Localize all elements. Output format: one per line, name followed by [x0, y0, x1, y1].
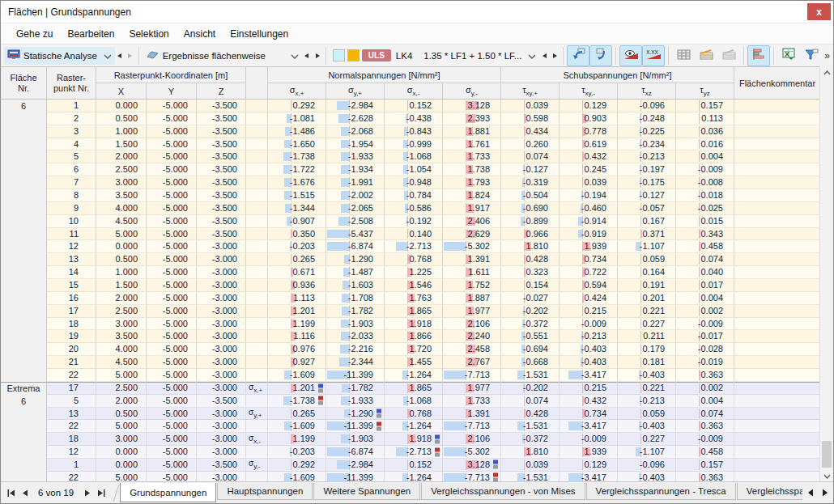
stress-value-cell[interactable]: 0.215: [560, 382, 618, 395]
coord-y-cell[interactable]: -5.000: [147, 202, 197, 215]
coord-y-cell[interactable]: -5.000: [147, 253, 197, 266]
stress-value-cell[interactable]: 0.927: [268, 356, 326, 369]
stress-value-cell[interactable]: 1.113: [268, 292, 326, 305]
stress-value-cell[interactable]: 1.763: [385, 292, 443, 305]
stress-value-cell[interactable]: -0.203: [268, 446, 326, 459]
comment-cell[interactable]: [734, 125, 821, 138]
stress-value-cell[interactable]: 0.039: [560, 176, 618, 189]
comment-cell[interactable]: [734, 408, 821, 421]
comment-cell[interactable]: [734, 318, 821, 331]
gridpoint-nr-cell[interactable]: 7: [47, 176, 96, 189]
stress-value-cell[interactable]: -1.933: [326, 395, 385, 408]
menu-item-einstellungen[interactable]: Einstellungen: [223, 25, 296, 43]
comment-cell[interactable]: [734, 112, 821, 125]
tab-scroll-left-button[interactable]: [807, 485, 814, 500]
coord-z-cell[interactable]: -3.000: [197, 279, 246, 292]
stress-value-cell[interactable]: -0.009: [560, 318, 618, 331]
coord-y-cell[interactable]: -5.000: [147, 369, 197, 382]
stress-value-cell[interactable]: 0.181: [618, 356, 676, 369]
stress-value-cell[interactable]: -1.782: [326, 382, 385, 395]
coord-x-cell[interactable]: 3.000: [96, 318, 147, 331]
stress-value-cell[interactable]: 1.918: [385, 433, 443, 446]
stress-value-cell[interactable]: 0.004: [676, 395, 734, 408]
gridpoint-nr-cell[interactable]: 9: [47, 202, 96, 215]
coord-z-cell[interactable]: -3.000: [197, 330, 246, 343]
stress-value-cell[interactable]: 0.002: [676, 305, 734, 318]
coord-x-cell[interactable]: 5.000: [96, 228, 147, 241]
stress-value-cell[interactable]: -3.417: [560, 369, 618, 382]
comment-cell[interactable]: [734, 138, 821, 151]
stress-value-cell[interactable]: -0.009: [676, 318, 734, 331]
coord-y-cell[interactable]: -5.000: [147, 240, 197, 253]
stress-value-cell[interactable]: -2.002: [326, 189, 385, 202]
gridpoint-nr-cell[interactable]: 20: [47, 343, 96, 356]
next-table-button[interactable]: [80, 485, 94, 500]
stress-value-cell[interactable]: 0.036: [676, 125, 734, 138]
stress-value-cell[interactable]: 1.199: [268, 433, 326, 446]
coord-z-cell[interactable]: -3.500: [197, 112, 246, 125]
stress-value-cell[interactable]: 2.393: [443, 112, 501, 125]
coord-y-cell[interactable]: -5.000: [147, 279, 197, 292]
stress-value-cell[interactable]: -0.899: [501, 215, 560, 228]
coord-x-cell[interactable]: 4.500: [96, 356, 147, 369]
gridpoint-nr-cell[interactable]: 18: [47, 318, 96, 331]
stress-value-cell[interactable]: -2.508: [326, 215, 385, 228]
stress-value-cell[interactable]: -0.028: [676, 343, 734, 356]
export-excel-button[interactable]: X: [777, 45, 800, 66]
coord-x-cell[interactable]: 4.000: [96, 202, 147, 215]
stress-value-cell[interactable]: -1.954: [326, 138, 385, 151]
comment-cell[interactable]: [734, 343, 821, 356]
menu-item-selektion[interactable]: Selektion: [121, 25, 176, 43]
stress-value-cell[interactable]: 2.106: [443, 433, 501, 446]
stress-value-cell[interactable]: 0.074: [676, 408, 734, 421]
coord-x-cell[interactable]: 0.000: [96, 100, 147, 112]
accept-from-graphic-button[interactable]: [589, 45, 612, 66]
coord-x-cell[interactable]: 4.500: [96, 215, 147, 228]
menu-item-ansicht[interactable]: Ansicht: [177, 25, 223, 43]
stress-value-cell[interactable]: 0.074: [501, 395, 560, 408]
stress-value-cell[interactable]: 1.881: [443, 125, 501, 138]
coord-x-cell[interactable]: 0.500: [96, 408, 147, 421]
stress-value-cell[interactable]: -0.403: [560, 343, 618, 356]
comment-cell[interactable]: [734, 459, 821, 472]
stress-value-cell[interactable]: 1.917: [443, 202, 501, 215]
stress-value-cell[interactable]: 1.977: [443, 305, 501, 318]
stress-value-cell[interactable]: 0.040: [676, 266, 734, 279]
coord-z-cell[interactable]: -3.500: [197, 163, 246, 176]
stress-value-cell[interactable]: -1.603: [326, 279, 385, 292]
stress-value-cell[interactable]: -0.999: [385, 138, 443, 151]
stress-value-cell[interactable]: -2.216: [326, 343, 385, 356]
stress-value-cell[interactable]: -11.399: [326, 369, 385, 382]
stress-value-cell[interactable]: 0.722: [560, 266, 618, 279]
comment-cell[interactable]: [734, 253, 821, 266]
analysis-prev-button[interactable]: [115, 48, 125, 64]
stress-value-cell[interactable]: 1.752: [443, 279, 501, 292]
stress-value-cell[interactable]: -2.344: [326, 356, 385, 369]
stress-value-cell[interactable]: -1.609: [268, 369, 326, 382]
table-settings-button[interactable]: [672, 45, 695, 66]
stress-value-cell[interactable]: -0.027: [501, 292, 560, 305]
coord-y-cell[interactable]: -5.000: [147, 420, 197, 433]
stress-value-cell[interactable]: -0.784: [385, 189, 443, 202]
stress-value-cell[interactable]: -0.127: [501, 163, 560, 176]
stress-value-cell[interactable]: -0.919: [560, 228, 618, 241]
coord-x-cell[interactable]: 3.000: [96, 176, 147, 189]
stress-value-cell[interactable]: -0.018: [676, 189, 734, 202]
stress-value-cell[interactable]: -2.713: [385, 240, 443, 253]
stress-value-cell[interactable]: 0.004: [676, 292, 734, 305]
stress-value-cell[interactable]: -1.264: [385, 369, 443, 382]
stress-value-cell[interactable]: 0.734: [560, 253, 618, 266]
stress-value-cell[interactable]: 0.074: [501, 150, 560, 163]
coord-y-cell[interactable]: -5.000: [147, 433, 197, 446]
stress-value-cell[interactable]: -0.551: [501, 330, 560, 343]
gridpoint-nr-cell[interactable]: 13: [47, 408, 96, 421]
stress-value-cell[interactable]: -0.907: [268, 215, 326, 228]
coord-z-cell[interactable]: -3.000: [197, 305, 246, 318]
stress-value-cell[interactable]: 3.128: [443, 459, 501, 472]
stress-value-cell[interactable]: -0.127: [618, 189, 676, 202]
coord-z-cell[interactable]: -3.500: [197, 125, 246, 138]
coord-y-cell[interactable]: -5.000: [147, 382, 197, 395]
menu-item-gehe-zu[interactable]: Gehe zu: [9, 25, 60, 43]
stress-value-cell[interactable]: 1.939: [560, 446, 618, 459]
coord-y-cell[interactable]: -5.000: [147, 330, 197, 343]
